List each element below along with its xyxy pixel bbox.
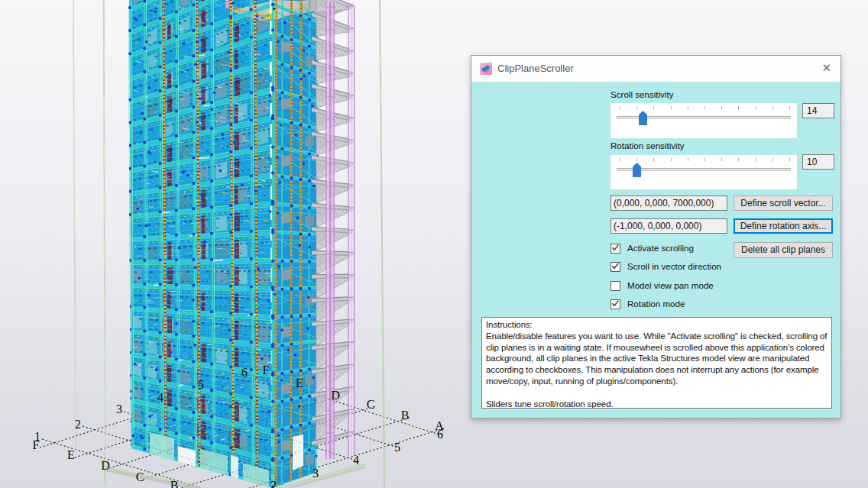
svg-text:5: 5 bbox=[198, 378, 204, 391]
svg-text:3: 3 bbox=[313, 467, 319, 480]
svg-text:2: 2 bbox=[75, 418, 81, 431]
svg-text:C: C bbox=[136, 470, 144, 483]
svg-text:D: D bbox=[101, 459, 110, 472]
svg-text:B: B bbox=[170, 479, 179, 488]
svg-text:5: 5 bbox=[394, 441, 400, 454]
svg-text:F: F bbox=[263, 364, 270, 377]
svg-text:3: 3 bbox=[116, 402, 122, 415]
svg-text:6: 6 bbox=[241, 366, 248, 379]
svg-text:4: 4 bbox=[157, 391, 164, 404]
svg-text:F: F bbox=[33, 438, 40, 451]
svg-text:2: 2 bbox=[270, 479, 277, 488]
svg-text:D: D bbox=[331, 389, 340, 402]
svg-text:E: E bbox=[296, 377, 303, 389]
svg-text:C: C bbox=[367, 398, 375, 411]
svg-text:E: E bbox=[67, 448, 75, 461]
svg-text:B: B bbox=[401, 409, 410, 422]
svg-text:4: 4 bbox=[353, 454, 359, 467]
svg-text:A: A bbox=[435, 419, 444, 432]
